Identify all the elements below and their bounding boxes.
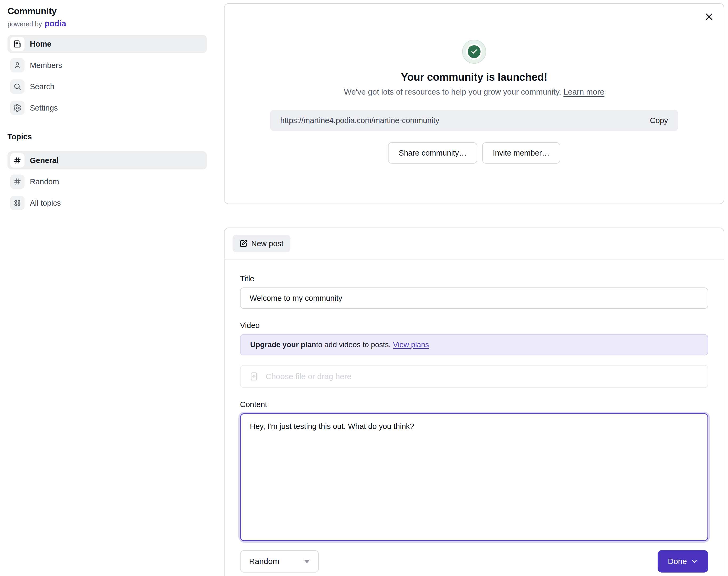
topic-select-value: Random	[249, 557, 279, 566]
topic-item-general[interactable]: General	[7, 151, 207, 169]
podia-logo[interactable]: podia	[45, 19, 66, 29]
content-label: Content	[240, 400, 708, 409]
sidebar-item-label: Members	[30, 61, 62, 70]
edit-icon	[240, 239, 247, 248]
sidebar-item-label: Home	[30, 40, 51, 49]
user-icon	[10, 58, 25, 73]
new-post-header: New post	[224, 228, 724, 259]
content-textarea[interactable]: Hey, I'm just testing this out. What do …	[240, 413, 708, 541]
grid-dots-icon	[10, 196, 25, 210]
copy-button[interactable]: Copy	[650, 116, 668, 125]
topic-item-label: General	[30, 156, 59, 165]
powered-by: powered by podia	[7, 19, 207, 29]
view-plans-link[interactable]: View plans	[393, 341, 429, 349]
upgrade-notice-bold: Upgrade your plan	[250, 341, 316, 349]
sidebar-item-settings[interactable]: Settings	[7, 99, 207, 117]
topics-heading: Topics	[7, 133, 207, 141]
search-icon	[10, 79, 25, 94]
close-icon[interactable]	[703, 11, 715, 23]
learn-more-link[interactable]: Learn more	[564, 87, 604, 96]
sidebar-item-label: Search	[30, 82, 54, 91]
new-post-footer: Random Done	[224, 550, 724, 573]
upgrade-notice: Upgrade your plan to add videos to posts…	[240, 334, 708, 355]
video-file-dropzone[interactable]: Choose file or drag here	[240, 365, 708, 388]
check-circle-icon	[462, 40, 486, 64]
new-post-card: New post Title Video Upgrade your plan t…	[224, 228, 724, 576]
file-dropzone-placeholder: Choose file or drag here	[266, 372, 351, 381]
title-label: Title	[240, 275, 708, 283]
community-title: Community	[7, 6, 207, 16]
title-input[interactable]	[240, 287, 708, 309]
sidebar-item-search[interactable]: Search	[7, 78, 207, 96]
launch-title: Your community is launched!	[224, 71, 724, 83]
video-label: Video	[240, 321, 708, 330]
topic-item-label: All topics	[30, 199, 61, 207]
done-button[interactable]: Done	[657, 550, 708, 573]
sidebar-item-label: Settings	[30, 104, 58, 112]
upgrade-notice-text: to add videos to posts.	[316, 341, 391, 349]
newspaper-icon	[10, 37, 25, 51]
sidebar: Community powered by podia Home Memb	[7, 6, 207, 212]
topics-nav: General Random All topics	[7, 151, 207, 212]
launch-subtitle: We've got lots of resources to help you …	[224, 87, 724, 96]
share-community-button[interactable]: Share community…	[388, 142, 477, 164]
launch-actions: Share community… Invite member…	[224, 142, 724, 164]
topic-item-all-topics[interactable]: All topics	[7, 194, 207, 212]
community-url: https://martine4.podia.com/martine-commu…	[280, 116, 650, 125]
sidebar-nav: Home Members Search	[7, 35, 207, 117]
sidebar-item-members[interactable]: Members	[7, 56, 207, 74]
done-label: Done	[668, 557, 687, 566]
hash-icon	[10, 153, 25, 168]
new-post-button[interactable]: New post	[233, 235, 290, 252]
topic-item-random[interactable]: Random	[7, 173, 207, 191]
sidebar-item-home[interactable]: Home	[7, 35, 207, 53]
new-post-label: New post	[251, 239, 284, 248]
launch-subtitle-text: We've got lots of resources to help you …	[344, 87, 561, 96]
invite-member-button[interactable]: Invite member…	[482, 142, 560, 164]
hash-icon	[10, 174, 25, 189]
new-post-form: Title Video Upgrade your plan to add vid…	[224, 259, 724, 542]
community-url-bar: https://martine4.podia.com/martine-commu…	[270, 110, 678, 131]
file-upload-icon	[249, 372, 259, 381]
topic-item-label: Random	[30, 177, 59, 186]
launch-card: Your community is launched! We've got lo…	[224, 3, 724, 204]
chevron-down-icon	[691, 557, 698, 565]
gear-icon	[10, 101, 25, 115]
topic-select[interactable]: Random	[240, 550, 319, 573]
caret-down-icon	[304, 560, 310, 563]
powered-by-text: powered by	[7, 20, 42, 28]
